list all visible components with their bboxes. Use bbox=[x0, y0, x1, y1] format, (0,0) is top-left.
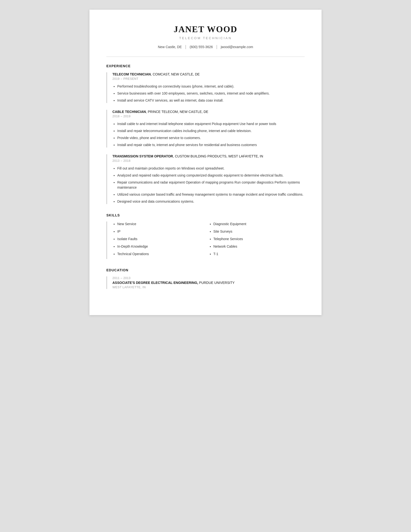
job-title-line-1: TELECOM TECHNICIAN, COMCAST, NEW CASTLE,… bbox=[112, 72, 305, 76]
contact-phone: (600) 555-3626 bbox=[187, 45, 216, 49]
resume-header: JANET WOOD TELECOM TECHNICIAN New Castle… bbox=[106, 24, 305, 49]
candidate-title: TELECOM TECHNICIAN bbox=[106, 36, 305, 40]
job-company-3: , CUSTOM BUILDING PRODUCTS, WEST LAFAYET… bbox=[173, 154, 263, 158]
edu-school: PURDUE UNIVERSITY bbox=[198, 281, 234, 285]
skill-item: New Service bbox=[117, 221, 209, 227]
bullet: Service businesses with over 100 employe… bbox=[117, 91, 305, 96]
bullet: Utilized various computer based traffic … bbox=[117, 192, 305, 197]
job-block-2: CABLE TECHNICIAN, PRINCE TELECOM, NEW CA… bbox=[106, 110, 305, 148]
skill-item: Network Cables bbox=[214, 244, 305, 249]
job-title-line-3: TRANSMISSION SYSTEM OPERATOR, CUSTOM BUI… bbox=[112, 154, 305, 158]
skill-item: In-Depth Knowledge bbox=[117, 244, 209, 249]
job-company-2: , PRINCE TELECOM, NEW CASTLE, DE bbox=[146, 110, 208, 114]
skills-right-column: Diagnostic Equipment Site Surveys Teleph… bbox=[209, 221, 305, 259]
contact-info: New Castle, DE | (600) 555-3626 | jwood@… bbox=[106, 44, 305, 49]
job-title-3: TRANSMISSION SYSTEM OPERATOR bbox=[112, 154, 173, 158]
job-title-2: CABLE TECHNICIAN bbox=[112, 110, 146, 114]
bullet: Designed voice and data communications s… bbox=[117, 199, 305, 204]
bullet: Install and service CATV services, as we… bbox=[117, 98, 305, 103]
skill-item: Site Surveys bbox=[214, 229, 305, 234]
job-bullets-2: Install cable tv and internet Install te… bbox=[112, 121, 305, 148]
skill-item: IP bbox=[117, 229, 209, 234]
job-block-3: TRANSMISSION SYSTEM OPERATOR, CUSTOM BUI… bbox=[106, 154, 305, 204]
bullet: Performed troubleshooting on connectivit… bbox=[117, 84, 305, 89]
skill-item: Technical Operations bbox=[117, 251, 209, 256]
resume-page: JANET WOOD TELECOM TECHNICIAN New Castle… bbox=[89, 10, 322, 315]
education-section-title: EDUCATION bbox=[106, 268, 305, 272]
contact-email: jwood@example.com bbox=[217, 45, 257, 49]
skill-item: Isolate Faults bbox=[117, 237, 209, 242]
job-title-1: TELECOM TECHNICIAN bbox=[112, 72, 151, 76]
edu-degree: ASSOCIATE'S DEGREE ELECTRICAL ENGINEERIN… bbox=[112, 281, 305, 285]
job-company-1: , COMCAST, NEW CASTLE, DE bbox=[151, 72, 200, 76]
job-dates-2: 2018 – 2019 bbox=[112, 115, 305, 118]
job-dates-1: 2019 – PRESENT bbox=[112, 77, 305, 81]
skills-left-column: New Service IP Isolate Faults In-Depth K… bbox=[112, 221, 209, 259]
bullet: Install and repair telecommunication cab… bbox=[117, 128, 305, 133]
bullet: Install and repair cable tv, internet an… bbox=[117, 142, 305, 148]
bullet: Analyzed and repaired radio equipment us… bbox=[117, 173, 305, 178]
skill-item: Telephone Services bbox=[214, 237, 305, 242]
edu-location: WEST LAFAYETTE, IN bbox=[112, 285, 305, 289]
bullet: Repair communications and radar equipmen… bbox=[117, 180, 305, 190]
job-bullets-3: Fill out and maintain production reports… bbox=[112, 166, 305, 204]
skills-section-title: SKILLS bbox=[106, 213, 305, 217]
bullet: Install cable tv and internet Install te… bbox=[117, 121, 305, 126]
skills-grid: New Service IP Isolate Faults In-Depth K… bbox=[112, 221, 305, 259]
skill-item: Diagnostic Equipment bbox=[214, 221, 305, 227]
candidate-name: JANET WOOD bbox=[106, 24, 305, 34]
contact-location: New Castle, DE bbox=[154, 45, 185, 49]
experience-section-title: EXPERIENCE bbox=[106, 64, 305, 68]
bullet: Fill out and maintain production reports… bbox=[117, 166, 305, 171]
job-dates-3: 2013 – 2018 bbox=[112, 159, 305, 162]
education-section: EDUCATION 2011 – 2013 ASSOCIATE'S DEGREE… bbox=[106, 268, 305, 289]
education-block: 2011 – 2013 ASSOCIATE'S DEGREE ELECTRICA… bbox=[106, 276, 305, 289]
experience-section: EXPERIENCE TELECOM TECHNICIAN, COMCAST, … bbox=[106, 64, 305, 204]
edu-dates: 2011 – 2013 bbox=[112, 276, 305, 280]
job-bullets-1: Performed troubleshooting on connectivit… bbox=[112, 84, 305, 103]
job-block-1: TELECOM TECHNICIAN, COMCAST, NEW CASTLE,… bbox=[106, 72, 305, 103]
skills-section: SKILLS New Service IP Isolate Faults In-… bbox=[106, 213, 305, 259]
bullet: Provide video, phone and internet servic… bbox=[117, 135, 305, 141]
edu-degree-bold: ASSOCIATE'S DEGREE ELECTRICAL ENGINEERIN… bbox=[112, 281, 198, 285]
skill-item: T-1 bbox=[214, 251, 305, 256]
job-title-line-2: CABLE TECHNICIAN, PRINCE TELECOM, NEW CA… bbox=[112, 110, 305, 114]
skills-block: New Service IP Isolate Faults In-Depth K… bbox=[106, 221, 305, 259]
header-divider bbox=[106, 57, 305, 57]
